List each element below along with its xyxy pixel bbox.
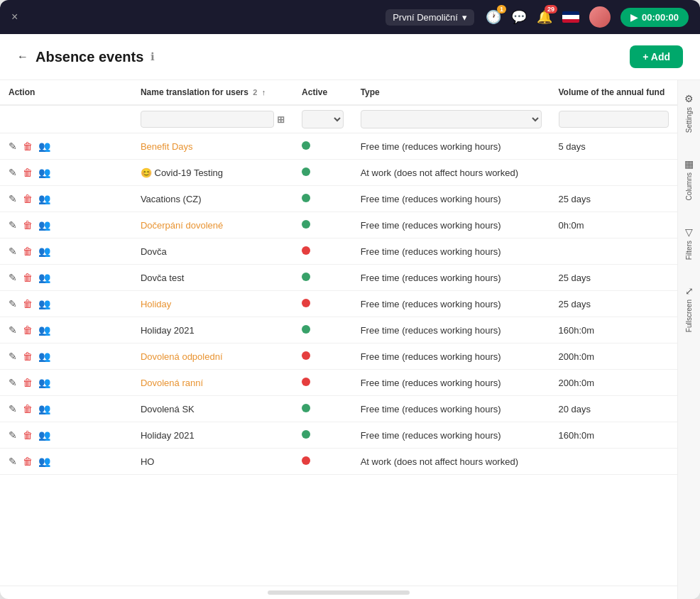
delete-icon[interactable]: 🗑 bbox=[23, 403, 33, 414]
name-cell: Dovolená SK bbox=[132, 396, 293, 422]
users-icon[interactable]: 👥 bbox=[38, 298, 50, 309]
delete-icon[interactable]: 🗑 bbox=[23, 429, 33, 441]
edit-icon[interactable]: ✎ bbox=[9, 193, 17, 204]
active-cell bbox=[293, 317, 352, 344]
users-icon[interactable]: 👥 bbox=[38, 351, 50, 362]
filter-icon[interactable]: ⊞ bbox=[277, 114, 285, 125]
users-icon[interactable]: 👥 bbox=[38, 403, 50, 414]
close-button[interactable]: × bbox=[11, 11, 18, 23]
page-header-left: ← Absence events ℹ bbox=[17, 49, 155, 65]
name-cell: Dočerpání dovolené bbox=[132, 212, 293, 238]
delete-icon[interactable]: 🗑 bbox=[23, 324, 33, 336]
chat-icon[interactable]: 💬 bbox=[511, 9, 527, 25]
active-filter-select[interactable]: Active Inactive bbox=[302, 110, 344, 128]
edit-icon[interactable]: ✎ bbox=[9, 298, 17, 309]
status-dot bbox=[302, 220, 310, 229]
topbar-left: × bbox=[11, 11, 18, 23]
volume-cell: 0h:0m bbox=[550, 212, 678, 238]
edit-icon[interactable]: ✎ bbox=[9, 429, 17, 441]
edit-icon[interactable]: ✎ bbox=[9, 324, 17, 336]
users-icon[interactable]: 👥 bbox=[38, 272, 50, 283]
users-icon[interactable]: 👥 bbox=[38, 324, 50, 336]
name-link[interactable]: Dočerpání dovolené bbox=[141, 220, 223, 231]
name-link[interactable]: Dovolená ranní bbox=[141, 378, 203, 388]
bell-icon[interactable]: 🔔 29 bbox=[537, 9, 552, 25]
col-type: Type bbox=[352, 80, 550, 105]
edit-icon[interactable]: ✎ bbox=[9, 219, 17, 231]
table-wrapper[interactable]: Action Name translation for users 2 ↑ Ac… bbox=[0, 80, 677, 586]
col-name[interactable]: Name translation for users 2 ↑ bbox=[132, 80, 293, 105]
name-cell: Dovča bbox=[132, 238, 293, 265]
active-cell bbox=[293, 370, 352, 396]
sidebar-item-columns[interactable]: ▦ Columns bbox=[682, 153, 696, 206]
delete-icon[interactable]: 🗑 bbox=[23, 377, 33, 388]
active-cell bbox=[293, 291, 352, 317]
filter-type-cell: Free time At work bbox=[352, 105, 550, 133]
avatar[interactable] bbox=[589, 6, 611, 28]
delete-icon[interactable]: 🗑 bbox=[23, 141, 33, 152]
name-text: Vacations (CZ) bbox=[141, 194, 202, 204]
delete-icon[interactable]: 🗑 bbox=[23, 456, 33, 467]
name-link[interactable]: Holiday bbox=[141, 299, 171, 309]
delete-icon[interactable]: 🗑 bbox=[23, 167, 33, 178]
status-dot bbox=[302, 430, 310, 439]
name-cell: Dovča test bbox=[132, 265, 293, 291]
users-icon[interactable]: 👥 bbox=[38, 246, 50, 257]
name-cell: HO bbox=[132, 449, 293, 475]
edit-icon[interactable]: ✎ bbox=[9, 167, 17, 178]
topbar-icons: 🕐 1 💬 🔔 29 ▶ 00:00:00 bbox=[486, 6, 689, 28]
delete-icon[interactable]: 🗑 bbox=[23, 272, 33, 283]
delete-icon[interactable]: 🗑 bbox=[23, 246, 33, 257]
users-icon[interactable]: 👥 bbox=[38, 456, 50, 467]
table-row: ✎ 🗑 👥 HOAt work (does not affect hours w… bbox=[0, 449, 677, 475]
columns-icon: ▦ bbox=[684, 158, 694, 170]
type-cell: Free time (reduces working hours) bbox=[352, 186, 550, 212]
active-cell bbox=[293, 344, 352, 370]
delete-icon[interactable]: 🗑 bbox=[23, 351, 33, 362]
edit-icon[interactable]: ✎ bbox=[9, 272, 17, 283]
status-dot bbox=[302, 273, 310, 281]
topbar-center: První Demoliční ▾ 🕐 1 💬 🔔 29 ▶ bbox=[385, 6, 689, 28]
filter-volume-cell bbox=[550, 105, 678, 133]
users-icon[interactable]: 👥 bbox=[38, 141, 50, 152]
name-text: Dovča test bbox=[141, 273, 184, 283]
add-button[interactable]: + Add bbox=[630, 45, 683, 68]
flag-icon[interactable] bbox=[562, 11, 579, 23]
edit-icon[interactable]: ✎ bbox=[9, 246, 17, 257]
edit-icon[interactable]: ✎ bbox=[9, 403, 17, 414]
timer-button[interactable]: ▶ 00:00:00 bbox=[620, 8, 689, 27]
delete-icon[interactable]: 🗑 bbox=[23, 298, 33, 309]
name-link[interactable]: Dovolená odpolední bbox=[141, 351, 223, 362]
company-selector[interactable]: První Demoliční ▾ bbox=[385, 9, 474, 26]
users-icon[interactable]: 👥 bbox=[38, 167, 50, 178]
active-cell bbox=[293, 133, 352, 160]
delete-icon[interactable]: 🗑 bbox=[23, 219, 33, 231]
volume-filter-input[interactable] bbox=[559, 111, 669, 128]
page-title: Absence events bbox=[35, 49, 143, 65]
type-cell: Free time (reduces working hours) bbox=[352, 396, 550, 422]
name-filter-input[interactable] bbox=[141, 111, 274, 128]
sidebar-item-filters[interactable]: ▽ Filters bbox=[682, 221, 696, 265]
edit-icon[interactable]: ✎ bbox=[9, 377, 17, 388]
sidebar-item-fullscreen[interactable]: ⤢ Fullscreen bbox=[682, 280, 696, 338]
name-cell: Dovolená ranní bbox=[132, 370, 293, 396]
users-icon[interactable]: 👥 bbox=[38, 193, 50, 204]
bell-badge: 29 bbox=[545, 5, 557, 13]
type-filter-select[interactable]: Free time At work bbox=[361, 110, 542, 128]
back-button[interactable]: ← bbox=[17, 50, 28, 63]
delete-icon[interactable]: 🗑 bbox=[23, 193, 33, 204]
clock-icon[interactable]: 🕐 1 bbox=[486, 9, 501, 25]
name-link[interactable]: Benefit Days bbox=[141, 141, 193, 152]
edit-icon[interactable]: ✎ bbox=[9, 351, 17, 362]
scroll-indicator[interactable] bbox=[268, 590, 410, 595]
users-icon[interactable]: 👥 bbox=[38, 429, 50, 441]
edit-icon[interactable]: ✎ bbox=[9, 141, 17, 152]
edit-icon[interactable]: ✎ bbox=[9, 456, 17, 467]
sidebar-item-settings[interactable]: ⚙ Settings bbox=[682, 87, 696, 138]
users-icon[interactable]: 👥 bbox=[38, 377, 50, 388]
users-icon[interactable]: 👥 bbox=[38, 219, 50, 231]
info-icon[interactable]: ℹ bbox=[151, 50, 155, 63]
active-cell bbox=[293, 449, 352, 475]
name-cell: Benefit Days bbox=[132, 133, 293, 160]
clock-badge: 1 bbox=[497, 5, 506, 13]
